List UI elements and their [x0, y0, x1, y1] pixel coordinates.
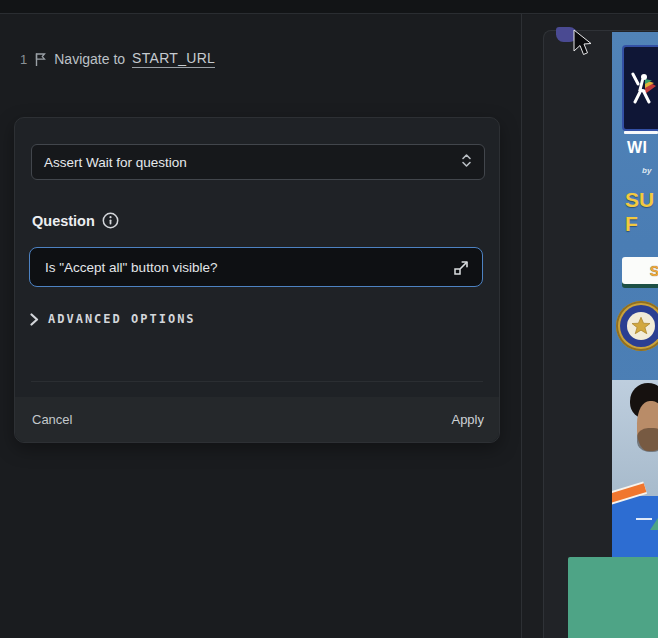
- flag-icon: [34, 52, 47, 67]
- chevron-updown-icon: [461, 153, 472, 172]
- action-type-value: Assert Wait for question: [44, 155, 187, 170]
- cursor-icon: [571, 28, 595, 62]
- ad-title-text: WI: [627, 139, 648, 157]
- green-overlay-block: [568, 557, 658, 638]
- question-input-value: Is "Accept all" button visible?: [45, 260, 217, 275]
- question-input[interactable]: Is "Accept all" button visible?: [29, 247, 483, 287]
- question-label-row: Question: [32, 212, 119, 229]
- step-editor-card: Assert Wait for question Question Is "Ac…: [14, 117, 500, 443]
- advanced-options-label: ADVANCED OPTIONS: [48, 312, 196, 326]
- ad-headline-line1: SU: [625, 188, 654, 212]
- webpage-ad-banner: WI by SU F S: [612, 32, 658, 558]
- info-icon[interactable]: [102, 212, 119, 229]
- top-bar: [0, 0, 658, 14]
- apply-button[interactable]: Apply: [449, 408, 486, 431]
- app-window: 1 Navigate to START_URL Assert Wait for …: [0, 0, 658, 638]
- ad-cta-button[interactable]: S: [622, 257, 658, 284]
- ad-headline-line2: F: [625, 212, 654, 236]
- jersey-stripe: [612, 483, 646, 503]
- advanced-options-toggle[interactable]: ADVANCED OPTIONS: [30, 312, 196, 326]
- question-label: Question: [32, 213, 95, 229]
- chevron-right-icon: [30, 313, 39, 326]
- ad-headline-text: SU F: [625, 188, 654, 236]
- card-footer: Cancel Apply: [15, 397, 499, 442]
- divider: [31, 381, 483, 382]
- player-photo: [612, 380, 658, 558]
- ad-by-text: by: [642, 166, 651, 175]
- bcci-emblem-icon: [616, 301, 658, 351]
- action-type-select[interactable]: Assert Wait for question: [31, 144, 485, 180]
- ad-divider-line: [624, 131, 658, 134]
- ad-cta-label: S: [650, 263, 658, 279]
- step-action-label: Navigate to: [54, 51, 125, 67]
- cancel-button[interactable]: Cancel: [30, 408, 74, 431]
- step-row[interactable]: 1 Navigate to START_URL: [20, 50, 215, 68]
- player-beard: [637, 428, 658, 452]
- expand-icon[interactable]: [453, 259, 470, 276]
- green-accent-wedge: [650, 518, 658, 530]
- step-number: 1: [20, 52, 27, 67]
- cricket-batsman-logo-icon: [622, 45, 658, 131]
- start-url-link[interactable]: START_URL: [132, 50, 215, 68]
